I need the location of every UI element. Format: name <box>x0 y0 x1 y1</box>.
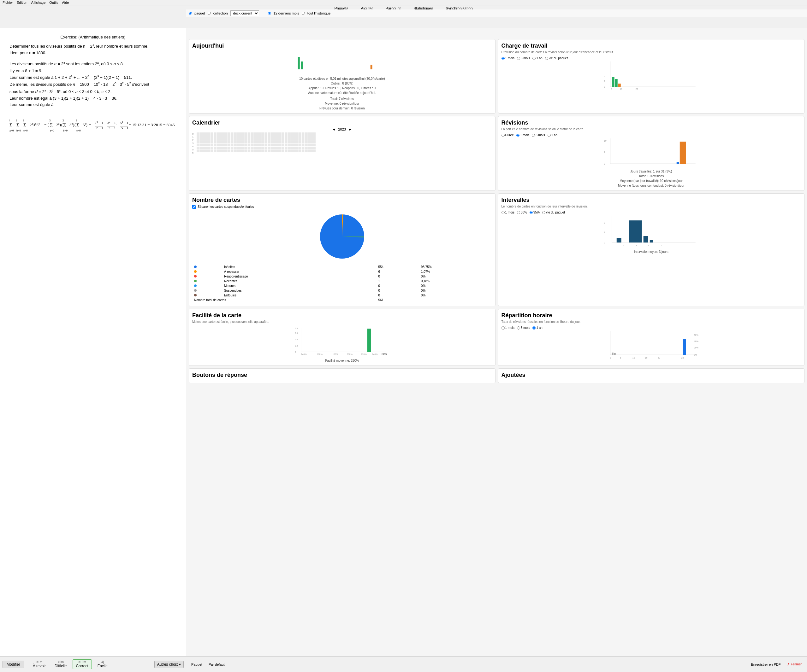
rev-dur[interactable] <box>501 134 505 137</box>
menu-outils[interactable]: Outils <box>49 1 58 4</box>
wl-3m[interactable] <box>517 57 520 60</box>
svg-text:5c): 5c) <box>83 122 87 127</box>
legend-label: Suspendues <box>223 288 376 293</box>
rev-3m[interactable] <box>532 134 535 137</box>
radio-all[interactable] <box>302 12 305 15</box>
total-label: Nombre total de cartes <box>193 298 376 302</box>
cal-next[interactable]: ► <box>349 127 352 131</box>
modify-button[interactable]: Modifier <box>3 660 24 668</box>
wl-1an[interactable] <box>532 57 536 60</box>
radio-12months[interactable] <box>268 12 271 15</box>
svg-text:220%: 220% <box>361 353 367 356</box>
menu-edition[interactable]: Édition <box>17 1 27 4</box>
legend-count: 0 <box>377 293 419 297</box>
svg-text:= 15·13·31 = 3·2015 = 6045: = 15·13·31 = 3·2015 = 6045 <box>129 122 175 127</box>
legend-label: Inédites <box>223 265 376 269</box>
response-title: Boutons de réponse <box>192 372 492 378</box>
exercise-title: Exercice: (Arithmétique des entiers) <box>10 34 176 41</box>
svg-text:4: 4 <box>604 231 605 233</box>
rev-1an[interactable] <box>548 134 551 137</box>
svg-text:∑: ∑ <box>76 122 79 127</box>
svg-rect-93 <box>614 353 615 355</box>
radio-collection[interactable] <box>208 12 211 15</box>
rev-avg-overall: Moyenne (tous jours confondus): 0 révisi… <box>501 184 801 187</box>
paquet-label-bottom: Paquet <box>191 662 202 666</box>
facility-title: Facilité de la carte <box>192 312 492 319</box>
revisions-title: Révisions <box>501 119 801 126</box>
card-calendar: Calendrier ◄ 2023 ► 0123456 <box>189 116 495 191</box>
checkbox-separate[interactable] <box>192 205 196 209</box>
hourly-subtitle: Taux de révisions réussies en fonction d… <box>501 320 801 324</box>
svg-text:10: 10 <box>619 88 622 90</box>
hr-1m[interactable] <box>501 326 505 329</box>
hr-1an[interactable] <box>532 326 536 329</box>
calendar-title: Calendrier <box>192 119 492 126</box>
card-count: Nombre de cartes Séparer les cartes susp… <box>189 193 495 306</box>
int-50[interactable] <box>517 211 520 214</box>
legend-count: 1 <box>377 279 419 283</box>
int-vie[interactable] <box>542 211 545 214</box>
cal-prev[interactable]: ◄ <box>332 127 336 131</box>
svg-text:3: 3 <box>10 119 10 122</box>
card-added: Ajoutées <box>498 368 805 383</box>
line2: Idem pour n = 1800. <box>10 50 176 56</box>
btn-facile[interactable]: 4j Facile <box>95 660 111 669</box>
int-95[interactable] <box>530 211 533 214</box>
checkbox-label: Séparer les cartes suspendues/enfouies <box>198 205 254 209</box>
menu-aide[interactable]: Aide <box>62 1 69 4</box>
svg-text:2: 2 <box>63 119 64 122</box>
rev-worked: Jours travaillés: 1 sur 31 (3%) <box>501 170 801 173</box>
card-intervals: Intervalles Le nombre de cartes en fonct… <box>498 193 805 306</box>
svg-text:260%: 260% <box>382 353 388 356</box>
svg-text:5: 5 <box>661 244 662 247</box>
btn-correct[interactable]: <10m Correct <box>73 659 92 669</box>
btn-arevoir[interactable]: <1m À revoir <box>30 660 49 669</box>
menu-affichage[interactable]: Affichage <box>31 1 46 4</box>
int-1m[interactable] <box>501 211 505 214</box>
btn-difficile[interactable]: <6m Difficile <box>51 660 70 669</box>
svg-text:20: 20 <box>658 357 660 359</box>
svg-text:24 − 1: 24 − 1 <box>95 121 103 124</box>
svg-text:0.6: 0.6 <box>295 332 298 334</box>
wl-1m[interactable] <box>501 57 505 60</box>
svg-text:53 − 1: 53 − 1 <box>120 121 128 124</box>
rev-1m[interactable] <box>516 134 520 137</box>
other-choices-button[interactable]: Autres choix ▾ <box>154 660 184 668</box>
menu-fichier[interactable]: Fichier <box>3 1 13 4</box>
save-pdf-button[interactable]: Enregistrer en PDF <box>751 662 780 666</box>
svg-rect-65 <box>649 240 653 243</box>
today-studied: 10 cartes étudiées en 5,01 minutes aujou… <box>192 77 492 80</box>
para3: Leur somme est égale à 1 + 2 + 22 + ... … <box>10 74 176 81</box>
btn4-time: 4j <box>101 660 104 664</box>
para7: Leur somme est égale à <box>10 101 176 108</box>
svg-text:2: 2 <box>76 119 77 122</box>
perma-close[interactable]: ✗ Fermer <box>787 662 802 666</box>
hr-3m[interactable] <box>517 326 520 329</box>
svg-text:2 − 1: 2 − 1 <box>96 126 103 130</box>
svg-text:0.4: 0.4 <box>295 338 298 341</box>
svg-text:10: 10 <box>604 140 606 142</box>
deck-selector[interactable]: deck:current <box>231 10 259 16</box>
svg-text:3 − 1: 3 − 1 <box>109 126 116 130</box>
btn1-label: À revoir <box>33 664 46 668</box>
facility-avg: Facilité moyenne: 250% <box>192 359 492 362</box>
svg-text:5: 5 <box>604 151 605 153</box>
svg-text:5 − 1: 5 − 1 <box>121 126 128 130</box>
radio-paquet[interactable] <box>189 12 192 15</box>
period2-label: tout l'historique <box>307 12 331 15</box>
svg-text:3b): 3b) <box>70 122 74 127</box>
stats-grid: Aujourd'hui 10 cartes étudiées en 5,01 m… <box>189 39 804 383</box>
svg-text:2a): 2a) <box>56 122 61 127</box>
left-panel: Exercice: (Arithmétique des entiers) Dét… <box>0 28 186 672</box>
legend-count: 0 <box>377 288 419 293</box>
svg-rect-39 <box>301 61 303 70</box>
svg-text:0.8: 0.8 <box>295 327 298 329</box>
svg-text:(: ( <box>61 122 63 127</box>
today-forgotten: Oublis : 8 (80%) <box>192 82 492 85</box>
svg-rect-55 <box>676 162 679 164</box>
svg-text:5: 5 <box>619 357 621 359</box>
wl-vie[interactable] <box>545 57 548 60</box>
rev-total: Total: 10 révisions <box>501 174 801 178</box>
collection-label: collection <box>213 12 228 15</box>
legend-count: 554 <box>377 265 419 269</box>
